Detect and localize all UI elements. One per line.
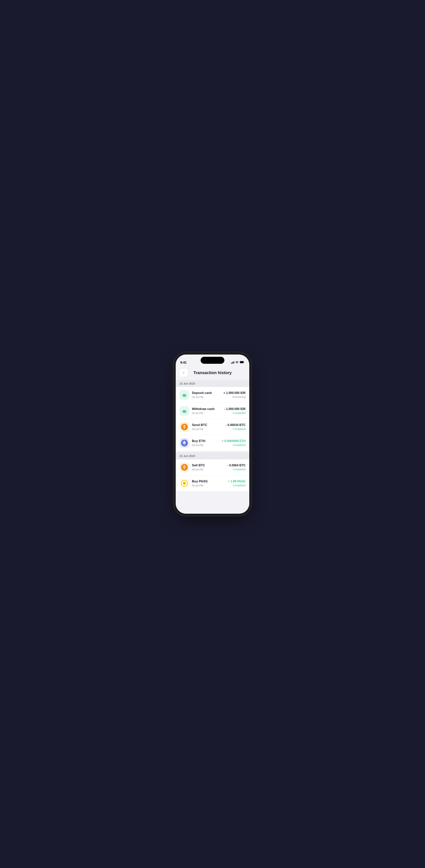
tx-time: 05:34 PM [192, 396, 223, 399]
transaction-list-2: ₿ Sell BTC 05:34 PM - 0.0064 BTC Complet… [176, 459, 249, 491]
tx-name: Buy PAXG [192, 479, 228, 483]
tx-info-deposit: Deposit cash 05:34 PM [192, 391, 223, 399]
tx-amount-wrap: - 0.00034 BTC Completed [226, 423, 246, 431]
status-time: 9:41 [180, 361, 187, 364]
battery-icon [240, 361, 245, 364]
tx-time: 05:34 PM [192, 484, 228, 487]
transaction-item[interactable]: ₿ Sell BTC 05:34 PM - 0.0064 BTC Complet… [176, 459, 249, 475]
tx-time: 05:34 PM [192, 412, 224, 415]
tx-amount: - 0.00034 BTC [226, 423, 246, 427]
tx-amount-wrap: + 1.000.000 IDR Processing [223, 391, 246, 399]
transaction-item[interactable]: ₿ Send BTC 05:34 PM - 0.00034 BTC Comple… [176, 419, 249, 435]
tx-time: 05:34 PM [192, 468, 227, 471]
cash-icon [181, 408, 188, 414]
tx-amount-wrap: + 1.89 PAXG Completed [228, 480, 246, 487]
tx-amount: + 1.89 PAXG [228, 480, 246, 483]
svg-point-13 [182, 410, 186, 411]
tx-icon-withdraw [179, 406, 189, 416]
tx-status: Processing [223, 396, 246, 399]
tx-icon-buy-paxg [179, 478, 189, 488]
tx-status: Completed [227, 468, 246, 471]
group-spacer [176, 451, 249, 453]
tx-amount: - 0.0064 BTC [227, 464, 246, 467]
tx-amount: + 1.000.000 IDR [223, 391, 246, 395]
tx-icon-send-btc: ₿ [179, 422, 189, 432]
tx-icon-sell-btc: ₿ [179, 462, 189, 472]
tx-name: Buy ETH [192, 439, 222, 443]
page-title: Transaction history [188, 370, 237, 375]
phone-frame: 9:41 [176, 354, 249, 514]
status-icons [231, 361, 245, 364]
tx-info-send-btc: Send BTC 05:34 PM [192, 423, 226, 431]
tx-info-buy-eth: Buy ETH 05:34 PM [192, 439, 222, 447]
tx-amount: + 0.0000089 ETH [222, 439, 246, 443]
tx-status: Completed [224, 411, 246, 414]
screen-content[interactable]: Transaction history 23 Jun 2023 [176, 366, 249, 514]
signal-icon [231, 361, 234, 364]
transaction-item[interactable]: Withdraw cash 05:34 PM - 1.000.000 IDR C… [176, 403, 249, 419]
transaction-item[interactable]: Buy ETH 05:34 PM + 0.0000089 ETH Complet… [176, 435, 249, 451]
header: Transaction history [176, 366, 249, 380]
date-group-1: 23 Jun 2023 [176, 380, 249, 451]
tx-amount-wrap: - 0.0064 BTC Completed [227, 464, 246, 471]
tx-name: Send BTC [192, 423, 226, 427]
tx-time: 05:34 PM [192, 428, 226, 431]
tx-status: Completed [226, 428, 246, 431]
date-header-1: 23 Jun 2023 [176, 380, 249, 387]
tx-name: Deposit cash [192, 391, 223, 395]
eth-icon [181, 440, 188, 446]
tx-info-sell-btc: Sell BTC 05:34 PM [192, 464, 227, 471]
tx-icon-deposit [179, 390, 189, 400]
tx-name: Sell BTC [192, 464, 227, 467]
tx-time: 05:34 PM [192, 444, 222, 447]
wifi-icon [235, 361, 238, 364]
tx-status: Completed [222, 443, 246, 446]
svg-rect-1 [240, 361, 244, 363]
tx-status: Completed [228, 484, 246, 487]
tx-amount-wrap: + 0.0000089 ETH Completed [222, 439, 246, 446]
btc-icon: ₿ [181, 464, 188, 471]
transaction-list-1: Deposit cash 05:34 PM + 1.000.000 IDR Pr… [176, 387, 249, 451]
transaction-item[interactable]: Buy PAXG 05:34 PM + 1.89 PAXG Completed [176, 475, 249, 491]
back-button[interactable] [179, 369, 188, 377]
tx-amount-wrap: - 1.000.000 IDR Completed [224, 407, 246, 414]
date-header-2: 22 Jun 2023 [176, 453, 249, 459]
dynamic-island [201, 357, 224, 364]
paxg-icon [181, 480, 188, 487]
tx-info-withdraw: Withdraw cash 05:34 PM [192, 407, 224, 415]
tx-info-buy-paxg: Buy PAXG 05:34 PM [192, 479, 228, 487]
tx-amount: - 1.000.000 IDR [224, 407, 246, 411]
transaction-item[interactable]: Deposit cash 05:34 PM + 1.000.000 IDR Pr… [176, 387, 249, 403]
svg-point-7 [182, 394, 186, 395]
tx-icon-buy-eth [179, 438, 189, 448]
tx-name: Withdraw cash [192, 407, 224, 411]
date-group-2: 22 Jun 2023 ₿ Sell BTC 05:34 PM - 0.0064… [176, 453, 249, 491]
bottom-spacer [176, 491, 249, 502]
btc-icon: ₿ [181, 424, 188, 430]
cash-icon [181, 392, 188, 398]
